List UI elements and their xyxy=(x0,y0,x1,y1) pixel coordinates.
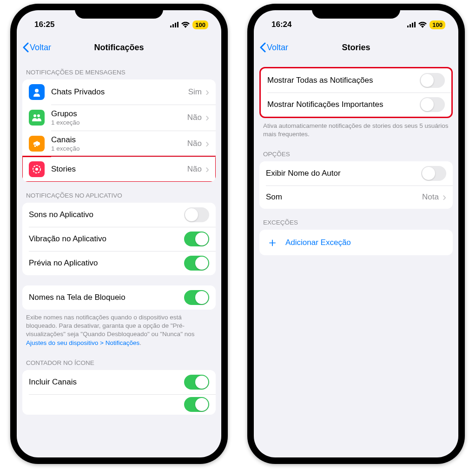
megaphone-icon xyxy=(29,136,45,152)
row-label: Prévia no Aplicativo xyxy=(29,258,184,268)
row-som[interactable]: Som Nota › xyxy=(259,185,453,209)
chevron-right-icon: › xyxy=(205,164,209,175)
group-excecoes: ＋ Adicionar Exceção xyxy=(259,230,453,255)
group-lockscreen: Nomes na Tela de Bloqueio xyxy=(22,285,216,310)
status-time: 16:24 xyxy=(271,20,291,29)
chevron-left-icon xyxy=(22,42,29,53)
signal-icon xyxy=(407,22,416,27)
group-badge: Incluir Canais xyxy=(22,370,216,415)
group-stories-toggles: Mostrar Todas as Notificações Mostrar No… xyxy=(259,67,453,118)
content-left[interactable]: NOTIFICAÇÕES DE MENSAGENS Chats Privados… xyxy=(17,59,221,419)
chevron-right-icon: › xyxy=(205,138,209,149)
toggle-lockscreen[interactable] xyxy=(184,290,209,305)
chevron-right-icon: › xyxy=(443,192,446,203)
toggle-mostrar-todas[interactable] xyxy=(420,73,445,88)
row-label: Sons no Aplicativo xyxy=(29,210,184,219)
nav-bar: Voltar Stories xyxy=(254,36,458,59)
row-canais[interactable]: Canais 1 exceção Não › xyxy=(22,131,216,157)
person-icon xyxy=(29,84,45,100)
group-messages: Chats Privados Sim › Grupos 1 exceção Nã… xyxy=(22,79,216,182)
svg-rect-2 xyxy=(175,23,176,27)
toggle-partial[interactable] xyxy=(184,397,209,412)
wifi-icon xyxy=(181,22,190,28)
toggle-mostrar-importantes[interactable] xyxy=(420,97,445,112)
group-inapp: Sons no Aplicativo Vibração no Aplicativ… xyxy=(22,203,216,275)
svg-rect-1 xyxy=(172,24,174,27)
row-sons-aplicativo[interactable]: Sons no Aplicativo xyxy=(22,203,216,227)
phone-left: 16:25 100 Voltar Notificações NOTIFICAÇÕ… xyxy=(10,4,228,464)
row-label: Adicionar Exceção xyxy=(285,238,351,247)
row-value: Não xyxy=(187,139,202,148)
row-next-partial[interactable] xyxy=(22,394,216,415)
row-value: Sim xyxy=(188,87,202,97)
row-stories[interactable]: Stories Não › xyxy=(22,157,216,182)
section-header-messages: NOTIFICAÇÕES DE MENSAGENS xyxy=(17,59,221,79)
row-nomes-bloqueio[interactable]: Nomes na Tela de Bloqueio xyxy=(22,285,216,310)
toggle-sons[interactable] xyxy=(184,207,209,222)
back-label: Voltar xyxy=(30,43,51,53)
row-value: Não xyxy=(187,113,202,122)
row-mostrar-todas[interactable]: Mostrar Todas as Notificações xyxy=(261,68,451,93)
chevron-left-icon xyxy=(259,42,266,53)
content-right[interactable]: Mostrar Todas as Notificações Mostrar No… xyxy=(254,59,458,260)
group-opcoes: Exibir Nome do Autor Som Nota › xyxy=(259,161,453,209)
row-adicionar-excecao[interactable]: ＋ Adicionar Exceção xyxy=(259,230,453,255)
row-label: Chats Privados xyxy=(51,87,188,97)
footer-link[interactable]: Ajustes do seu dispositivo > Notificaçõe… xyxy=(26,339,139,346)
notch xyxy=(75,4,163,19)
back-label: Voltar xyxy=(267,43,288,53)
footer-text: Exibe nomes nas notificações quando o di… xyxy=(26,314,194,338)
chevron-right-icon: › xyxy=(205,86,209,98)
row-grupos[interactable]: Grupos 1 exceção Não › xyxy=(22,105,216,131)
section-header-excecoes: EXCEÇÕES xyxy=(254,209,458,230)
row-label: Grupos xyxy=(51,109,187,119)
row-label: Incluir Canais xyxy=(29,377,184,387)
notch xyxy=(312,4,400,19)
signal-icon xyxy=(170,22,178,27)
section-footer-stories: Ativa automaticamente notificações de st… xyxy=(254,118,458,140)
row-value: Não xyxy=(187,165,202,174)
section-header-opcoes: OPÇÕES xyxy=(254,140,458,161)
row-vibracao-aplicativo[interactable]: Vibração no Aplicativo xyxy=(22,227,216,251)
battery-badge: 100 xyxy=(192,20,208,29)
svg-rect-12 xyxy=(414,22,416,27)
row-exibir-nome-autor[interactable]: Exibir Nome do Autor xyxy=(259,161,453,185)
row-label: Mostrar Todas as Notificações xyxy=(267,76,420,85)
phone-right: 16:24 100 Voltar Stories Most xyxy=(247,4,465,464)
svg-rect-10 xyxy=(410,24,411,27)
status-time: 16:25 xyxy=(34,20,54,29)
battery-badge: 100 xyxy=(430,20,445,29)
svg-rect-9 xyxy=(407,26,409,27)
row-label: Nomes na Tela de Bloqueio xyxy=(29,293,184,302)
svg-rect-11 xyxy=(412,23,413,27)
section-header-inapp: NOTIFICAÇÕES NO APLICATIVO xyxy=(17,182,221,203)
row-label: Som xyxy=(266,192,422,202)
back-button[interactable]: Voltar xyxy=(259,42,288,53)
toggle-vibracao[interactable] xyxy=(184,232,209,246)
section-header-badge: CONTADOR NO ÍCONE xyxy=(17,349,221,370)
row-chats-privados[interactable]: Chats Privados Sim › xyxy=(22,79,216,105)
svg-point-6 xyxy=(37,114,40,117)
row-sublabel: 1 exceção xyxy=(51,145,187,152)
row-label: Exibir Nome do Autor xyxy=(266,169,421,178)
svg-point-4 xyxy=(35,89,39,93)
row-label: Vibração no Aplicativo xyxy=(29,234,184,244)
chevron-right-icon: › xyxy=(205,112,209,123)
row-incluir-canais[interactable]: Incluir Canais xyxy=(22,370,216,394)
wifi-icon xyxy=(418,22,427,28)
svg-point-8 xyxy=(35,168,38,171)
toggle-incluir-canais[interactable] xyxy=(184,375,209,390)
row-value: Nota xyxy=(422,192,439,202)
toggle-previa[interactable] xyxy=(184,256,209,271)
back-button[interactable]: Voltar xyxy=(22,42,51,53)
footer-text-end: . xyxy=(139,339,141,346)
row-sublabel: 1 exceção xyxy=(51,119,187,126)
plus-icon: ＋ xyxy=(266,234,279,251)
row-label: Mostrar Notificações Importantes xyxy=(267,100,420,109)
row-mostrar-importantes[interactable]: Mostrar Notificações Importantes xyxy=(261,93,451,117)
toggle-exibir-autor[interactable] xyxy=(421,166,446,181)
svg-rect-3 xyxy=(177,22,178,27)
row-previa-aplicativo[interactable]: Prévia no Aplicativo xyxy=(22,251,216,275)
status-indicators: 100 xyxy=(170,20,208,29)
nav-bar: Voltar Notificações xyxy=(17,36,221,59)
